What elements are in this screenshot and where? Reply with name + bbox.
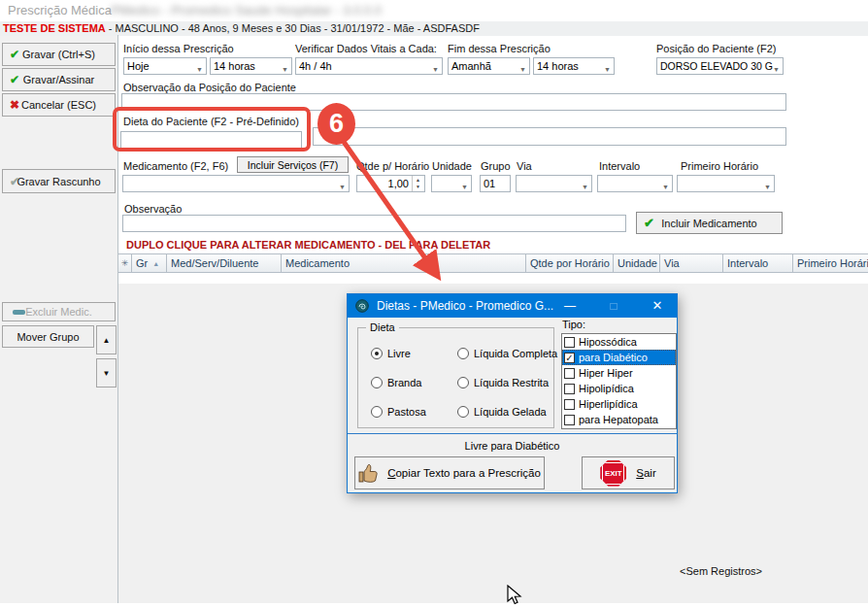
arrow-up-icon: ▲ bbox=[103, 336, 111, 345]
save-button[interactable]: ✔ Gravar (Ctrl+S) bbox=[2, 43, 116, 66]
patient-details: - MASCULINO - 48 Anos, 9 Meses e 30 Dias… bbox=[106, 22, 480, 34]
grid-marker-column-header[interactable]: ✳ bbox=[118, 254, 132, 272]
grid-column-via[interactable]: Via bbox=[660, 254, 723, 272]
start-time-select[interactable]: 14 horas ▼ bbox=[210, 57, 292, 75]
medication-label: Medicamento (F2, F6) bbox=[123, 160, 228, 172]
move-group-button[interactable]: Mover Grupo bbox=[2, 325, 94, 348]
radio-liquida-completa[interactable]: Líquida Completa bbox=[457, 347, 557, 360]
spinner-up-icon: ▲ bbox=[416, 177, 420, 184]
type-item-hipossodica[interactable]: Hipossódica bbox=[562, 334, 676, 350]
grid-header: ✳ Gr ▲ Med/Serv/Diluente Medicamento Qtd… bbox=[118, 253, 868, 273]
checkbox-icon bbox=[564, 384, 575, 394]
medication-select[interactable]: ▼ bbox=[122, 175, 350, 192]
radio-label: Líquida Restrita bbox=[474, 377, 549, 388]
column-label: Gr bbox=[136, 257, 148, 269]
radio-button-icon bbox=[457, 348, 469, 359]
patient-diet-description-input[interactable] bbox=[313, 127, 786, 146]
interval-select[interactable]: ▼ bbox=[597, 175, 673, 192]
chevron-down-icon: ▼ bbox=[764, 180, 771, 192]
move-up-button[interactable]: ▲ bbox=[96, 325, 117, 354]
patient-diet-label: Dieta do Paciente (F2 - Pré-Definido) bbox=[123, 116, 299, 127]
grey-check-icon: ✔ bbox=[10, 176, 19, 187]
radio-button-icon bbox=[371, 348, 383, 359]
grid-column-primeiro-horario[interactable]: Primeiro Horário bbox=[793, 254, 868, 272]
exit-button[interactable]: EXIT Sair bbox=[582, 456, 675, 489]
grid-column-gr[interactable]: Gr ▲ bbox=[132, 254, 167, 272]
cancel-button-label: Cancelar (ESC) bbox=[21, 99, 96, 111]
chevron-down-icon: ▼ bbox=[662, 180, 669, 192]
radio-liquida-gelada[interactable]: Líquida Gelada bbox=[457, 405, 547, 419]
type-item-hiperlipidica[interactable]: Hiperlipídica bbox=[562, 396, 676, 412]
type-item-hiper-hiper[interactable]: Hiper Hiper bbox=[562, 365, 676, 381]
grid-column-unidade[interactable]: Unidade bbox=[614, 254, 660, 272]
save-sign-button-label: Gravar/Assinar bbox=[23, 74, 94, 85]
vitals-interval-value: 4h / 4h bbox=[299, 60, 332, 72]
type-item-label: para Hepatopata bbox=[579, 414, 658, 425]
grid-column-med-serv-diluente[interactable]: Med/Serv/Diluente bbox=[167, 254, 282, 272]
quantity-stepper[interactable]: 1,00 ▲▼ bbox=[356, 175, 425, 192]
quantity-value: 1,00 bbox=[388, 177, 409, 191]
radio-livre[interactable]: Livre bbox=[371, 347, 411, 360]
chevron-down-icon: ▼ bbox=[582, 180, 588, 192]
patient-diet-input[interactable] bbox=[120, 131, 302, 149]
end-day-select[interactable]: Amanhã ▼ bbox=[448, 57, 530, 75]
end-time-select[interactable]: 14 horas ▼ bbox=[533, 57, 615, 75]
close-button[interactable]: ✕ bbox=[643, 294, 672, 318]
spinner-down-icon: ▼ bbox=[416, 184, 420, 190]
vitals-interval-select[interactable]: 4h / 4h ▼ bbox=[295, 57, 443, 75]
copy-text-button[interactable]: Copiar Texto para a Prescrição bbox=[354, 456, 545, 489]
maximize-button[interactable]: □ bbox=[599, 294, 628, 318]
type-item-label: para Diabético bbox=[579, 352, 648, 363]
delete-medication-button[interactable]: Excluir Medic. bbox=[2, 302, 116, 321]
include-services-button[interactable]: Incluir Serviços (F7) bbox=[237, 156, 349, 173]
stepper-arrows[interactable]: ▲▼ bbox=[412, 176, 423, 191]
dialog-title: Dietas - PMedico - Promedico G... bbox=[377, 294, 553, 318]
type-item-hipolipidica[interactable]: Hipolipídica bbox=[562, 381, 676, 396]
save-sign-button[interactable]: ✔ Gravar/Assinar bbox=[2, 68, 116, 91]
column-label: Intervalo bbox=[727, 257, 768, 269]
bottom-strip bbox=[0, 603, 868, 607]
include-medication-button[interactable]: ✔ Incluir Medicamento bbox=[636, 212, 783, 234]
position-note-input[interactable] bbox=[121, 93, 786, 111]
column-label: Med/Serv/Diluente bbox=[171, 257, 259, 269]
route-label: Via bbox=[517, 160, 532, 172]
type-item-para-hepatopata[interactable]: para Hepatopata bbox=[562, 412, 676, 427]
type-item-para-diabetico[interactable]: ✓ para Diabético bbox=[562, 350, 676, 365]
chevron-down-icon: ▼ bbox=[282, 62, 288, 75]
cancel-button[interactable]: ✖ Cancelar (ESC) bbox=[2, 93, 116, 117]
start-prescription-label: Início dessa Prescrição bbox=[123, 43, 234, 54]
vitals-check-label: Verificar Dados Vitais a Cada: bbox=[295, 43, 437, 54]
window-titlebar: Prescrição Médica PMedico - Promedico Sa… bbox=[0, 0, 868, 21]
radio-pastosa[interactable]: Pastosa bbox=[371, 405, 426, 419]
minus-bar-icon bbox=[13, 310, 25, 315]
mouse-cursor-icon bbox=[507, 585, 524, 606]
column-label: Qtde por Horário bbox=[530, 257, 610, 269]
checkbox-icon bbox=[564, 399, 575, 410]
unit-select[interactable]: ▼ bbox=[431, 175, 472, 192]
note-input[interactable] bbox=[122, 215, 626, 232]
save-button-label: Gravar (Ctrl+S) bbox=[22, 49, 95, 60]
diet-selection-summary: Livre para Diabético bbox=[348, 440, 677, 452]
grid-column-intervalo[interactable]: Intervalo bbox=[723, 254, 793, 272]
first-time-label: Primeiro Horário bbox=[681, 160, 758, 172]
route-select[interactable]: ▼ bbox=[516, 175, 592, 192]
radio-button-icon bbox=[457, 406, 469, 418]
red-x-icon: ✖ bbox=[10, 99, 19, 111]
start-day-select[interactable]: Hoje ▼ bbox=[123, 57, 207, 75]
arrow-down-icon: ▼ bbox=[103, 369, 111, 378]
radio-branda[interactable]: Branda bbox=[371, 376, 421, 389]
move-down-button[interactable]: ▼ bbox=[96, 358, 117, 388]
patient-position-select[interactable]: DORSO ELEVADO 30 G ▼ bbox=[656, 57, 784, 75]
grid-column-qtde[interactable]: Qtde por Horário bbox=[526, 254, 614, 272]
minimize-button[interactable]: — bbox=[555, 294, 584, 318]
save-draft-button[interactable]: ✔ Gravar Rascunho bbox=[2, 169, 116, 193]
move-group-label: Mover Grupo bbox=[17, 331, 79, 343]
grid-column-medicamento[interactable]: Medicamento bbox=[282, 254, 526, 272]
note-label: Observação bbox=[124, 203, 182, 215]
dialog-titlebar[interactable]: Dietas - PMedico - Promedico G... — □ ✕ bbox=[348, 294, 677, 318]
grid-warning-text: DUPLO CLIQUE PARA ALTERAR MEDICAMENTO - … bbox=[126, 239, 490, 251]
first-time-select[interactable]: ▼ bbox=[677, 175, 775, 192]
radio-liquida-restrita[interactable]: Líquida Restrita bbox=[457, 376, 549, 389]
group-input[interactable] bbox=[480, 175, 511, 192]
sort-ascending-icon: ▲ bbox=[152, 260, 159, 267]
